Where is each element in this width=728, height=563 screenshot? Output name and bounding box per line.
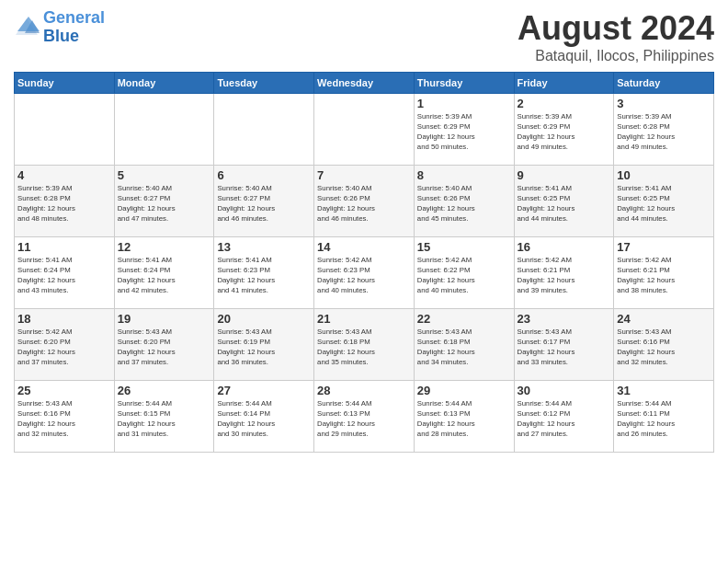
day-number: 26 xyxy=(118,384,211,397)
calendar-cell: 5Sunrise: 5:40 AM Sunset: 6:27 PM Daylig… xyxy=(114,166,214,237)
calendar-cell: 27Sunrise: 5:44 AM Sunset: 6:14 PM Dayli… xyxy=(214,381,314,453)
page-container: General Blue August 2024 Bataquil, Iloco… xyxy=(0,0,728,563)
calendar-week-3: 11Sunrise: 5:41 AM Sunset: 6:24 PM Dayli… xyxy=(15,237,714,309)
calendar-cell: 17Sunrise: 5:42 AM Sunset: 6:21 PM Dayli… xyxy=(614,237,714,309)
day-number: 12 xyxy=(118,240,211,254)
calendar-cell: 20Sunrise: 5:43 AM Sunset: 6:19 PM Dayli… xyxy=(214,309,314,381)
day-number: 19 xyxy=(118,312,211,326)
day-info: Sunrise: 5:41 AM Sunset: 6:25 PM Dayligh… xyxy=(617,184,711,224)
calendar-cell: 28Sunrise: 5:44 AM Sunset: 6:13 PM Dayli… xyxy=(314,381,415,453)
calendar-week-4: 18Sunrise: 5:42 AM Sunset: 6:20 PM Dayli… xyxy=(15,309,714,381)
day-number: 18 xyxy=(17,312,111,326)
day-number: 8 xyxy=(417,168,511,182)
day-info: Sunrise: 5:42 AM Sunset: 6:21 PM Dayligh… xyxy=(518,256,611,296)
calendar-cell: 21Sunrise: 5:43 AM Sunset: 6:18 PM Dayli… xyxy=(314,309,415,381)
calendar-cell: 7Sunrise: 5:40 AM Sunset: 6:26 PM Daylig… xyxy=(314,166,415,237)
calendar-cell: 16Sunrise: 5:42 AM Sunset: 6:21 PM Dayli… xyxy=(514,237,614,309)
day-info: Sunrise: 5:44 AM Sunset: 6:12 PM Dayligh… xyxy=(518,399,611,440)
day-info: Sunrise: 5:41 AM Sunset: 6:23 PM Dayligh… xyxy=(217,256,311,296)
day-number: 15 xyxy=(417,240,511,254)
calendar-cell xyxy=(15,94,115,166)
day-number: 5 xyxy=(118,168,211,182)
calendar-cell: 14Sunrise: 5:42 AM Sunset: 6:23 PM Dayli… xyxy=(314,237,415,309)
day-number: 28 xyxy=(317,384,411,397)
calendar-cell: 8Sunrise: 5:40 AM Sunset: 6:26 PM Daylig… xyxy=(414,166,514,237)
day-number: 16 xyxy=(518,240,611,254)
calendar-cell: 19Sunrise: 5:43 AM Sunset: 6:20 PM Dayli… xyxy=(114,309,214,381)
calendar-cell: 6Sunrise: 5:40 AM Sunset: 6:27 PM Daylig… xyxy=(214,166,314,237)
weekday-header-wednesday: Wednesday xyxy=(314,73,415,94)
weekday-header-saturday: Saturday xyxy=(614,73,714,94)
day-info: Sunrise: 5:39 AM Sunset: 6:28 PM Dayligh… xyxy=(17,184,111,224)
day-number: 20 xyxy=(217,312,311,326)
day-info: Sunrise: 5:43 AM Sunset: 6:18 PM Dayligh… xyxy=(417,327,511,368)
title-block: August 2024 Bataquil, Ilocos, Philippine… xyxy=(518,9,714,64)
day-info: Sunrise: 5:39 AM Sunset: 6:29 PM Dayligh… xyxy=(417,112,511,153)
subtitle: Bataquil, Ilocos, Philippines xyxy=(518,48,714,64)
day-number: 6 xyxy=(217,168,311,182)
day-info: Sunrise: 5:40 AM Sunset: 6:26 PM Dayligh… xyxy=(417,184,511,224)
day-number: 25 xyxy=(17,384,111,397)
day-number: 31 xyxy=(617,384,711,397)
day-info: Sunrise: 5:43 AM Sunset: 6:20 PM Dayligh… xyxy=(118,327,211,368)
calendar-week-5: 25Sunrise: 5:43 AM Sunset: 6:16 PM Dayli… xyxy=(15,381,714,453)
calendar-cell: 31Sunrise: 5:44 AM Sunset: 6:11 PM Dayli… xyxy=(614,381,714,453)
calendar-cell: 9Sunrise: 5:41 AM Sunset: 6:25 PM Daylig… xyxy=(514,166,614,237)
calendar-cell: 11Sunrise: 5:41 AM Sunset: 6:24 PM Dayli… xyxy=(15,237,115,309)
day-info: Sunrise: 5:43 AM Sunset: 6:18 PM Dayligh… xyxy=(317,327,411,368)
calendar-cell: 2Sunrise: 5:39 AM Sunset: 6:29 PM Daylig… xyxy=(514,94,614,166)
day-number: 11 xyxy=(17,240,111,254)
weekday-header-tuesday: Tuesday xyxy=(214,73,314,94)
weekday-header-monday: Monday xyxy=(114,73,214,94)
day-info: Sunrise: 5:43 AM Sunset: 6:17 PM Dayligh… xyxy=(518,327,611,368)
day-number: 10 xyxy=(617,168,711,182)
day-number: 27 xyxy=(217,384,311,397)
day-number: 9 xyxy=(518,168,611,182)
day-number: 21 xyxy=(317,312,411,326)
day-info: Sunrise: 5:41 AM Sunset: 6:25 PM Dayligh… xyxy=(518,184,611,224)
day-info: Sunrise: 5:44 AM Sunset: 6:13 PM Dayligh… xyxy=(417,399,511,440)
day-number: 1 xyxy=(417,97,511,110)
day-info: Sunrise: 5:43 AM Sunset: 6:16 PM Dayligh… xyxy=(617,327,711,368)
weekday-header-sunday: Sunday xyxy=(15,73,115,94)
logo-blue: Blue xyxy=(43,27,79,45)
day-info: Sunrise: 5:44 AM Sunset: 6:15 PM Dayligh… xyxy=(118,399,211,440)
calendar-cell xyxy=(214,94,314,166)
calendar-cell: 4Sunrise: 5:39 AM Sunset: 6:28 PM Daylig… xyxy=(15,166,115,237)
day-info: Sunrise: 5:41 AM Sunset: 6:24 PM Dayligh… xyxy=(118,256,211,296)
calendar-table: SundayMondayTuesdayWednesdayThursdayFrid… xyxy=(14,72,714,453)
calendar-header: SundayMondayTuesdayWednesdayThursdayFrid… xyxy=(15,73,714,94)
calendar-cell: 13Sunrise: 5:41 AM Sunset: 6:23 PM Dayli… xyxy=(214,237,314,309)
day-number: 22 xyxy=(417,312,511,326)
calendar-cell: 24Sunrise: 5:43 AM Sunset: 6:16 PM Dayli… xyxy=(614,309,714,381)
day-info: Sunrise: 5:43 AM Sunset: 6:16 PM Dayligh… xyxy=(17,399,111,440)
day-info: Sunrise: 5:39 AM Sunset: 6:28 PM Dayligh… xyxy=(617,112,711,153)
day-info: Sunrise: 5:42 AM Sunset: 6:21 PM Dayligh… xyxy=(617,256,711,296)
day-info: Sunrise: 5:44 AM Sunset: 6:14 PM Dayligh… xyxy=(217,399,311,440)
calendar-cell: 23Sunrise: 5:43 AM Sunset: 6:17 PM Dayli… xyxy=(514,309,614,381)
day-info: Sunrise: 5:42 AM Sunset: 6:20 PM Dayligh… xyxy=(17,327,111,368)
day-info: Sunrise: 5:40 AM Sunset: 6:26 PM Dayligh… xyxy=(317,184,411,224)
day-number: 14 xyxy=(317,240,411,254)
calendar-cell: 18Sunrise: 5:42 AM Sunset: 6:20 PM Dayli… xyxy=(15,309,115,381)
day-info: Sunrise: 5:43 AM Sunset: 6:19 PM Dayligh… xyxy=(217,327,311,368)
day-info: Sunrise: 5:44 AM Sunset: 6:11 PM Dayligh… xyxy=(617,399,711,440)
calendar-week-1: 1Sunrise: 5:39 AM Sunset: 6:29 PM Daylig… xyxy=(15,94,714,166)
day-number: 30 xyxy=(518,384,611,397)
calendar-cell: 26Sunrise: 5:44 AM Sunset: 6:15 PM Dayli… xyxy=(114,381,214,453)
calendar-cell: 1Sunrise: 5:39 AM Sunset: 6:29 PM Daylig… xyxy=(414,94,514,166)
calendar-cell: 12Sunrise: 5:41 AM Sunset: 6:24 PM Dayli… xyxy=(114,237,214,309)
day-info: Sunrise: 5:44 AM Sunset: 6:13 PM Dayligh… xyxy=(317,399,411,440)
day-number: 17 xyxy=(617,240,711,254)
day-number: 4 xyxy=(17,168,111,182)
day-number: 24 xyxy=(617,312,711,326)
day-number: 2 xyxy=(518,97,611,110)
day-number: 13 xyxy=(217,240,311,254)
calendar-cell xyxy=(114,94,214,166)
calendar-cell: 22Sunrise: 5:43 AM Sunset: 6:18 PM Dayli… xyxy=(414,309,514,381)
logo-general: General xyxy=(43,8,105,27)
calendar-week-2: 4Sunrise: 5:39 AM Sunset: 6:28 PM Daylig… xyxy=(15,166,714,237)
day-info: Sunrise: 5:42 AM Sunset: 6:22 PM Dayligh… xyxy=(417,256,511,296)
day-info: Sunrise: 5:41 AM Sunset: 6:24 PM Dayligh… xyxy=(17,256,111,296)
weekday-header-thursday: Thursday xyxy=(414,73,514,94)
